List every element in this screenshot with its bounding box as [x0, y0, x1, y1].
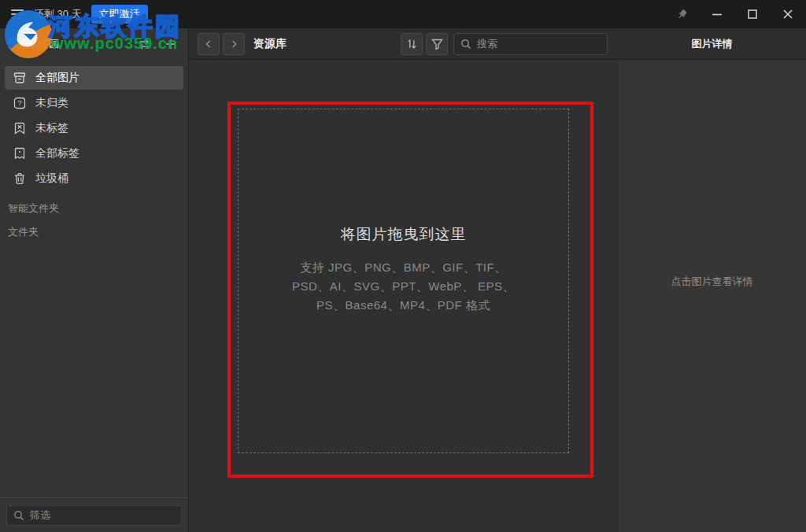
library-content: 将图片拖曳到这里 支持 JPG、PNG、BMP、GIF、TIF、 PSD、AI、… [190, 60, 617, 532]
main-toolbar: 资源库 [190, 28, 617, 60]
filter-bar [0, 497, 188, 532]
sort-icon [405, 38, 418, 50]
maximize-button[interactable] [746, 8, 759, 20]
filter-input-box[interactable] [6, 505, 182, 526]
forward-button[interactable] [223, 33, 245, 55]
library-header: 河东软件园 [0, 28, 188, 60]
untagged-icon [13, 121, 27, 135]
filter-input[interactable] [30, 509, 175, 521]
title-bar: 还剩 30 天 立即激活 [0, 0, 806, 28]
menu-icon[interactable] [11, 9, 24, 19]
all-tags-icon [13, 146, 27, 161]
search-icon [460, 39, 471, 50]
sidebar-item-trash[interactable]: 垃圾桶 [5, 167, 183, 190]
trash-icon [13, 172, 27, 186]
library-name: 河东软件园 [8, 37, 124, 51]
sidebar-item-label: 全部图片 [35, 71, 79, 85]
details-panel-title: 图片详情 [618, 28, 806, 60]
uncategorized-icon: ? [13, 96, 27, 110]
all-images-icon [13, 71, 27, 85]
switch-library-icon[interactable] [137, 38, 151, 50]
dropzone-title: 将图片拖曳到这里 [341, 224, 467, 245]
sidebar-item-label: 全部标签 [35, 146, 79, 161]
sidebar-list: 全部图片 ? 未归类 未标签 全部标签 [0, 60, 188, 190]
image-dropzone[interactable]: 将图片拖曳到这里 支持 JPG、PNG、BMP、GIF、TIF、 PSD、AI、… [238, 109, 569, 453]
sidebar-item-untagged[interactable]: 未标签 [5, 116, 183, 140]
main-area: 资源库 将图片拖曳到这里 支持 JPG、PNG、BMP、GIF、TIF、 PSD… [190, 28, 617, 532]
dropzone-supported-formats: 支持 JPG、PNG、BMP、GIF、TIF、 PSD、AI、SVG、PPT、W… [283, 258, 525, 315]
sidebar-section-smart-folders[interactable]: 智能文件夹 [0, 192, 188, 216]
sidebar-item-label: 未归类 [35, 96, 68, 110]
window-controls [675, 8, 806, 20]
sidebar-item-all-tags[interactable]: 全部标签 [5, 142, 183, 165]
activate-now-button[interactable]: 立即激活 [91, 5, 148, 24]
details-empty-message: 点击图片查看详情 [618, 275, 806, 289]
svg-text:?: ? [17, 98, 21, 107]
view-title: 资源库 [253, 37, 287, 51]
sort-button[interactable] [401, 33, 423, 55]
close-button[interactable] [782, 8, 794, 20]
sidebar-item-uncategorized[interactable]: ? 未归类 [5, 91, 183, 115]
sidebar-item-label: 垃圾桶 [35, 172, 68, 186]
add-button[interactable] [165, 38, 177, 50]
details-panel: 图片详情 点击图片查看详情 [618, 28, 806, 532]
filter-button[interactable] [426, 33, 448, 55]
sidebar-item-label: 未标签 [35, 121, 68, 135]
search-box[interactable] [453, 33, 608, 55]
search-icon [13, 510, 24, 521]
trial-days-remaining: 还剩 30 天 [34, 7, 82, 21]
sidebar-item-all-images[interactable]: 全部图片 [5, 66, 183, 90]
sidebar-section-folders[interactable]: 文件夹 [0, 216, 188, 239]
search-input[interactable] [477, 38, 601, 50]
back-button[interactable] [198, 33, 220, 55]
funnel-icon [431, 39, 443, 50]
minimize-button[interactable] [711, 8, 723, 20]
pin-icon[interactable] [675, 8, 688, 20]
app-window: 还剩 30 天 立即激活 河东软件园 [0, 0, 806, 532]
sidebar: 河东软件园 全部图片 ? 未归类 [0, 28, 189, 532]
